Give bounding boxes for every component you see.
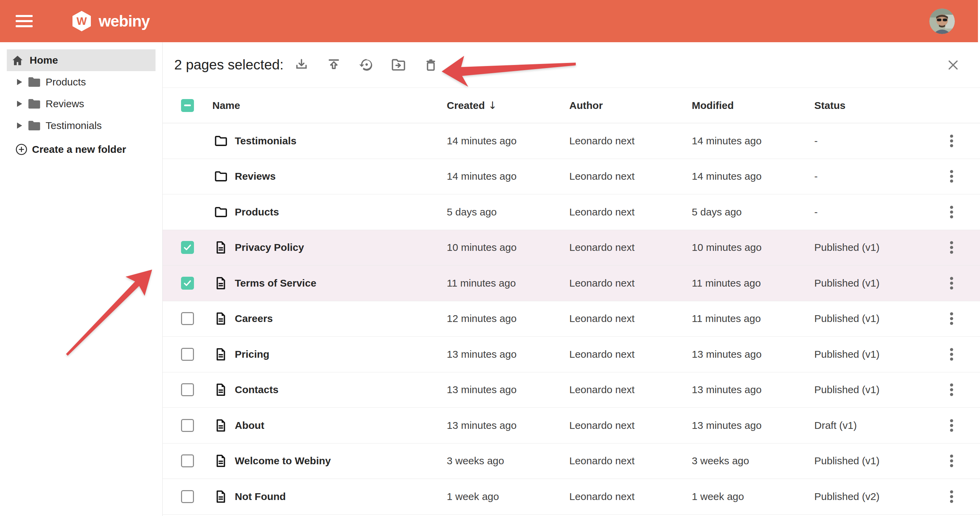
row-checkbox[interactable] bbox=[181, 241, 194, 254]
row-menu-button[interactable] bbox=[945, 380, 959, 400]
row-name: Not Found bbox=[235, 491, 286, 502]
restore-button[interactable] bbox=[358, 57, 374, 73]
row-status: Draft (v1) bbox=[814, 420, 923, 431]
table-row[interactable]: Welcome to Webiny 3 weeks ago Leonardo n… bbox=[163, 443, 980, 479]
kebab-menu-icon bbox=[950, 276, 954, 291]
row-checkbox[interactable] bbox=[181, 419, 194, 432]
row-menu-button[interactable] bbox=[945, 131, 959, 151]
kebab-menu-icon bbox=[950, 382, 954, 398]
webiny-logo: W webiny bbox=[72, 11, 150, 32]
row-modified: 14 minutes ago bbox=[692, 170, 814, 182]
row-author: Leonardo next bbox=[569, 242, 692, 253]
row-status: - bbox=[814, 170, 923, 182]
row-menu-button[interactable] bbox=[945, 451, 959, 471]
document-icon bbox=[214, 454, 228, 468]
table-row[interactable]: Careers 12 minutes ago Leonardo next 11 … bbox=[163, 301, 980, 337]
download-icon bbox=[294, 57, 309, 73]
plus-circle-icon bbox=[15, 143, 27, 156]
top-bar: W webiny bbox=[0, 0, 980, 42]
column-header-status[interactable]: Status bbox=[814, 100, 923, 111]
folder-icon bbox=[27, 98, 41, 110]
hamburger-menu-icon[interactable] bbox=[16, 15, 33, 27]
row-checkbox[interactable] bbox=[181, 490, 194, 503]
row-modified: 11 minutes ago bbox=[692, 277, 814, 289]
publish-icon bbox=[326, 57, 342, 73]
column-header-name[interactable]: Name bbox=[195, 100, 447, 111]
column-header-created[interactable]: Created↓ bbox=[447, 99, 569, 111]
row-created: 10 minutes ago bbox=[447, 242, 569, 253]
row-checkbox[interactable] bbox=[181, 312, 194, 325]
table-row[interactable]: Not Found 1 week ago Leonardo next 1 wee… bbox=[163, 479, 980, 514]
row-modified: 1 week ago bbox=[692, 491, 814, 502]
svg-text:W: W bbox=[76, 15, 87, 27]
sidebar-item-testimonials[interactable]: Testimonials bbox=[0, 115, 162, 137]
table-row[interactable]: Privacy Policy 10 minutes ago Leonardo n… bbox=[163, 230, 980, 266]
expand-caret-icon[interactable] bbox=[17, 79, 22, 85]
row-created: 1 week ago bbox=[447, 491, 569, 502]
table-row[interactable]: Terms of Service 11 minutes ago Leonardo… bbox=[163, 266, 980, 301]
sidebar-item-products[interactable]: Products bbox=[0, 71, 162, 93]
row-modified: 13 minutes ago bbox=[692, 349, 814, 360]
user-avatar[interactable] bbox=[929, 8, 955, 34]
row-menu-button[interactable] bbox=[945, 487, 959, 506]
close-icon bbox=[946, 58, 960, 72]
table-row[interactable]: Reviews 14 minutes ago Leonardo next 14 … bbox=[163, 159, 980, 195]
expand-caret-icon[interactable] bbox=[17, 123, 22, 129]
row-checkbox[interactable] bbox=[181, 277, 194, 290]
row-checkbox[interactable] bbox=[181, 348, 194, 361]
row-menu-button[interactable] bbox=[945, 309, 959, 328]
row-menu-button[interactable] bbox=[945, 202, 959, 222]
select-all-checkbox[interactable] bbox=[181, 99, 194, 112]
row-author: Leonardo next bbox=[569, 313, 692, 324]
row-name: Careers bbox=[235, 313, 273, 324]
row-name: Terms of Service bbox=[235, 277, 317, 289]
kebab-menu-icon bbox=[950, 204, 954, 220]
document-icon bbox=[214, 311, 228, 326]
row-checkbox[interactable] bbox=[181, 383, 194, 396]
sidebar-folder-label: Testimonials bbox=[46, 120, 102, 131]
document-icon bbox=[214, 382, 228, 397]
row-author: Leonardo next bbox=[569, 206, 692, 218]
kebab-menu-icon bbox=[950, 169, 954, 184]
row-status: Published (v1) bbox=[814, 384, 923, 395]
close-selection-button[interactable] bbox=[946, 57, 961, 73]
row-author: Leonardo next bbox=[569, 135, 692, 147]
row-created: 14 minutes ago bbox=[447, 170, 569, 182]
row-menu-button[interactable] bbox=[945, 416, 959, 435]
row-status: - bbox=[814, 206, 923, 218]
create-new-folder-button[interactable]: Create a new folder bbox=[0, 139, 162, 160]
folder-icon bbox=[214, 205, 228, 219]
sidebar-item-home[interactable]: Home bbox=[7, 49, 156, 71]
kebab-menu-icon bbox=[950, 418, 954, 433]
row-menu-button[interactable] bbox=[945, 273, 959, 293]
table-row[interactable]: Contacts 13 minutes ago Leonardo next 13… bbox=[163, 373, 980, 408]
row-author: Leonardo next bbox=[569, 170, 692, 182]
row-menu-button[interactable] bbox=[945, 344, 959, 364]
table-row[interactable]: Testimonials 14 minutes ago Leonardo nex… bbox=[163, 123, 980, 159]
home-icon bbox=[11, 54, 24, 67]
row-menu-button[interactable] bbox=[945, 166, 959, 186]
kebab-menu-icon bbox=[950, 240, 954, 255]
row-created: 14 minutes ago bbox=[447, 135, 569, 147]
row-menu-button[interactable] bbox=[945, 237, 959, 257]
table-row[interactable]: Products 5 days ago Leonardo next 5 days… bbox=[163, 194, 980, 230]
table-row[interactable]: Pricing 13 minutes ago Leonardo next 13 … bbox=[163, 337, 980, 373]
column-header-modified[interactable]: Modified bbox=[692, 100, 814, 111]
row-checkbox[interactable] bbox=[181, 454, 194, 467]
document-icon bbox=[214, 347, 228, 362]
download-button[interactable] bbox=[294, 57, 309, 73]
row-status: - bbox=[814, 135, 923, 147]
publish-button[interactable] bbox=[326, 57, 342, 73]
sidebar-item-reviews[interactable]: Reviews bbox=[0, 93, 162, 115]
move-to-folder-button[interactable] bbox=[391, 57, 406, 73]
folder-icon bbox=[27, 76, 41, 88]
expand-caret-icon[interactable] bbox=[17, 101, 22, 107]
row-author: Leonardo next bbox=[569, 277, 692, 289]
kebab-menu-icon bbox=[950, 347, 954, 362]
kebab-menu-icon bbox=[950, 489, 954, 505]
column-header-author[interactable]: Author bbox=[569, 100, 692, 111]
trash-icon bbox=[423, 57, 439, 73]
table-row[interactable]: About 13 minutes ago Leonardo next 13 mi… bbox=[163, 408, 980, 443]
webiny-hexagon-icon: W bbox=[72, 11, 91, 32]
delete-button[interactable] bbox=[423, 57, 439, 73]
